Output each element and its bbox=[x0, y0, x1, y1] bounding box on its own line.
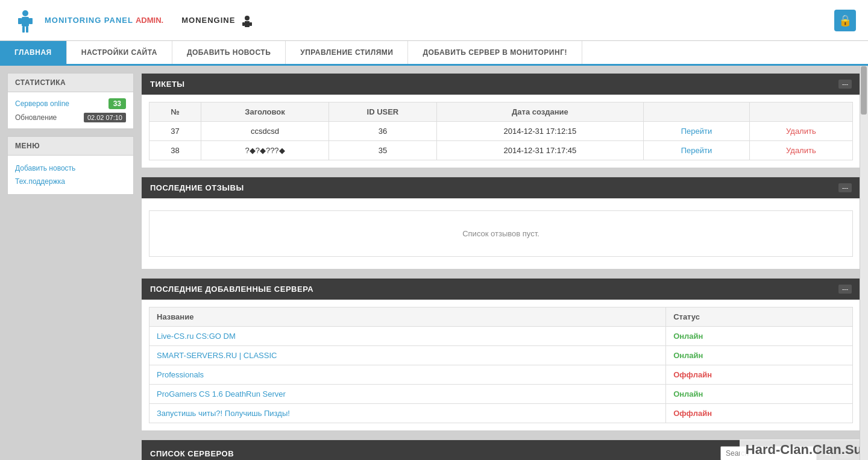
server-name[interactable]: ProGamers CS 1.6 DeathRun Server bbox=[149, 385, 666, 404]
list-item: Professionals Оффлайн bbox=[149, 365, 853, 385]
ticket-go[interactable]: Перейти bbox=[644, 141, 750, 160]
ticket-date: 2014-12-31 17:17:45 bbox=[436, 141, 643, 160]
col-date: Дата создание bbox=[436, 102, 643, 122]
scrollbar-thumb[interactable] bbox=[861, 66, 867, 115]
svg-point-1 bbox=[22, 10, 28, 16]
search-button[interactable] bbox=[819, 447, 836, 461]
col-action1 bbox=[644, 102, 750, 122]
nav-item-home[interactable]: ГЛАВНАЯ bbox=[0, 41, 67, 64]
logo-admin: ADMIN. bbox=[136, 16, 163, 25]
ticket-date: 2014-12-31 17:12:15 bbox=[436, 122, 643, 141]
svg-rect-6 bbox=[26, 27, 28, 33]
ticket-go[interactable]: Перейти bbox=[644, 122, 750, 141]
nav-item-add-server[interactable]: ДОБАВИТЬ СЕРВЕР В МОНИТОРИНГ! bbox=[408, 41, 582, 64]
servers-online-label: Серверов online bbox=[15, 99, 69, 108]
server-status: Онлайн bbox=[666, 346, 853, 365]
monengine-icon bbox=[239, 12, 256, 29]
sidebar: СТАТИСТИКА Серверов online 33 Обновление… bbox=[7, 73, 134, 460]
header-logo: MONITORING PANEL ADMIN. MONENGINE bbox=[12, 7, 256, 34]
servers-list-panel-header: СПИСОК СЕРВЕРОВ --- bbox=[142, 440, 860, 460]
search-input[interactable] bbox=[720, 446, 817, 460]
update-label: Обновление bbox=[15, 113, 57, 122]
servers-added-panel-btn[interactable]: --- bbox=[838, 285, 852, 294]
svg-rect-2 bbox=[22, 17, 29, 27]
servers-added-table: Название Статус Live-CS.ru CS:GO DM Онла… bbox=[149, 307, 853, 423]
ticket-title: ?◆?◆???◆ bbox=[201, 141, 329, 160]
table-row: 37 ccsdcsd 36 2014-12-31 17:12:15 Перейт… bbox=[149, 122, 853, 141]
tickets-panel: ТИКЕТЫ --- № Заголовок ID USER Дата созд… bbox=[141, 73, 861, 168]
svg-line-13 bbox=[829, 454, 831, 456]
server-name[interactable]: Live-CS.ru CS:GO DM bbox=[149, 327, 666, 346]
reviews-panel-body: Список отзывов пуст. bbox=[142, 198, 860, 269]
logo-monengine: MONENGINE bbox=[181, 12, 256, 29]
tickets-title: ТИКЕТЫ bbox=[150, 80, 185, 89]
scrollbar-track[interactable] bbox=[860, 66, 868, 460]
update-time: 02.02 07:10 bbox=[84, 113, 126, 122]
reviews-panel-btn[interactable]: --- bbox=[838, 183, 852, 192]
ticket-delete[interactable]: Удалить bbox=[749, 122, 852, 141]
servers-added-panel-header: ПОСЛЕДНИЕ ДОБАВЛЕННЫЕ СЕРВЕРА --- bbox=[142, 279, 860, 300]
menu-body: Добавить новость Тех.поддержка bbox=[8, 156, 133, 194]
navigation: ГЛАВНАЯ НАСТРОЙКИ САЙТА ДОБАВИТЬ НОВОСТЬ… bbox=[0, 41, 868, 66]
servers-added-panel-body: Название Статус Live-CS.ru CS:GO DM Онла… bbox=[142, 300, 860, 430]
server-name[interactable]: Professionals bbox=[149, 365, 666, 385]
server-name[interactable]: SMART-SERVERS.RU | CLASSIC bbox=[149, 346, 666, 365]
stats-body: Серверов online 33 Обновление 02.02 07:1… bbox=[8, 92, 133, 128]
search-icon bbox=[824, 449, 831, 456]
server-status: Онлайн bbox=[666, 385, 853, 404]
nav-item-add-news[interactable]: ДОБАВИТЬ НОВОСТЬ bbox=[172, 41, 286, 64]
server-status: Оффлайн bbox=[666, 365, 853, 385]
tickets-table: № Заголовок ID USER Дата создание 37 ccs… bbox=[149, 102, 853, 160]
menu-title: МЕНЮ bbox=[8, 137, 133, 156]
cs-logo-icon bbox=[12, 7, 39, 34]
reviews-panel-header: ПОСЛЕДНИЕ ОТЗЫВЫ --- bbox=[142, 177, 860, 198]
menu-section: МЕНЮ Добавить новость Тех.поддержка bbox=[7, 136, 134, 195]
server-name[interactable]: Запустишь читы?! Получишь Пизды! bbox=[149, 404, 666, 423]
reviews-title: ПОСЛЕДНИЕ ОТЗЫВЫ bbox=[150, 183, 244, 192]
table-row: 38 ?◆?◆???◆ 35 2014-12-31 17:17:45 Перей… bbox=[149, 141, 853, 160]
col-user-id: ID USER bbox=[329, 102, 437, 122]
lock-button[interactable]: 🔒 bbox=[834, 10, 856, 31]
servers-added-panel: ПОСЛЕДНИЕ ДОБАВЛЕННЫЕ СЕРВЕРА --- Назван… bbox=[141, 278, 861, 431]
list-item: ProGamers CS 1.6 DeathRun Server Онлайн bbox=[149, 385, 853, 404]
stats-title: СТАТИСТИКА bbox=[8, 74, 133, 92]
ticket-delete[interactable]: Удалить bbox=[749, 141, 852, 160]
tickets-panel-btn[interactable]: --- bbox=[838, 80, 852, 89]
tickets-panel-body: № Заголовок ID USER Дата создание 37 ccs… bbox=[142, 95, 860, 168]
main-content: ТИКЕТЫ --- № Заголовок ID USER Дата созд… bbox=[141, 73, 861, 460]
list-item: SMART-SERVERS.RU | CLASSIC Онлайн bbox=[149, 346, 853, 365]
svg-point-12 bbox=[825, 450, 829, 455]
stats-section: СТАТИСТИКА Серверов online 33 Обновление… bbox=[7, 73, 134, 129]
servers-list-title: СПИСОК СЕРВЕРОВ bbox=[150, 449, 234, 458]
svg-point-8 bbox=[245, 16, 250, 20]
update-row: Обновление 02.02 07:10 bbox=[15, 113, 126, 122]
list-item: Live-CS.ru CS:GO DM Онлайн bbox=[149, 327, 853, 346]
svg-rect-5 bbox=[22, 27, 25, 33]
menu-support[interactable]: Тех.поддержка bbox=[15, 175, 126, 188]
col-server-name: Название bbox=[149, 307, 666, 327]
server-status: Оффлайн bbox=[666, 404, 853, 423]
servers-list-panel: СПИСОК СЕРВЕРОВ --- bbox=[141, 440, 861, 460]
servers-online-row: Серверов online 33 bbox=[15, 98, 126, 109]
header: MONITORING PANEL ADMIN. MONENGINE 🔒 bbox=[0, 0, 868, 41]
servers-list-panel-btn[interactable]: --- bbox=[838, 449, 852, 458]
nav-item-styles[interactable]: УПРАВЛЕНИЕ СТИЛЯМИ bbox=[286, 41, 408, 64]
ticket-user-id: 36 bbox=[329, 122, 437, 141]
svg-rect-4 bbox=[29, 18, 33, 24]
list-item: Запустишь читы?! Получишь Пизды! Оффлайн bbox=[149, 404, 853, 423]
svg-rect-9 bbox=[245, 21, 250, 27]
tickets-panel-header: ТИКЕТЫ --- bbox=[142, 74, 860, 95]
nav-item-settings[interactable]: НАСТРОЙКИ САЙТА bbox=[67, 41, 172, 64]
menu-add-news[interactable]: Добавить новость bbox=[15, 162, 126, 175]
col-server-status: Статус bbox=[666, 307, 853, 327]
ticket-title: ccsdcsd bbox=[201, 122, 329, 141]
layout: СТАТИСТИКА Серверов online 33 Обновление… bbox=[0, 66, 868, 460]
col-title: Заголовок bbox=[201, 102, 329, 122]
ticket-num: 37 bbox=[149, 122, 201, 141]
reviews-empty-msg: Список отзывов пуст. bbox=[149, 210, 853, 257]
servers-added-title: ПОСЛЕДНИЕ ДОБАВЛЕННЫЕ СЕРВЕРА bbox=[150, 285, 313, 294]
col-action2 bbox=[749, 102, 852, 122]
search-box: --- bbox=[720, 446, 852, 460]
reviews-panel: ПОСЛЕДНИЕ ОТЗЫВЫ --- Список отзывов пуст… bbox=[141, 177, 861, 269]
server-status: Онлайн bbox=[666, 327, 853, 346]
